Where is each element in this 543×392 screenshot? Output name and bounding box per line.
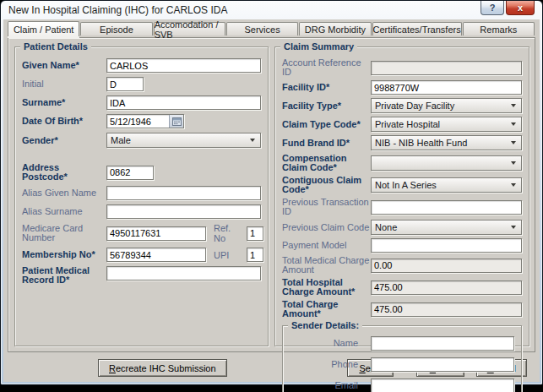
calendar-icon	[172, 117, 182, 126]
contiguous-claim-code-dropdown[interactable]: Not In A Series	[371, 177, 522, 193]
previous-claim-code-dropdown[interactable]: None	[371, 220, 522, 235]
tab-drg-morbidity[interactable]: DRG Morbidity	[299, 22, 371, 35]
recreate-ihc-submission-button[interactable]: Recreate IHC Submission	[98, 359, 227, 377]
alias-surname-input[interactable]	[106, 204, 261, 219]
tab-strip: Claim / Patient Episode Accomodation / S…	[3, 19, 540, 35]
gender-value: Male	[111, 135, 131, 145]
surname-input[interactable]	[106, 95, 261, 110]
payment-model-input[interactable]	[371, 238, 522, 253]
tab-episode[interactable]: Episode	[80, 22, 152, 35]
total-charge-label: Total Charge Amount*	[282, 300, 371, 318]
close-button[interactable]: x	[506, 1, 535, 15]
chevron-down-icon	[511, 104, 516, 107]
fund-brand-id-value: NIB - NIB Health Fund	[375, 138, 467, 148]
claim-type-code-dropdown[interactable]: Private Hospital	[371, 117, 522, 132]
medicare-label: Medicare Card Number	[22, 224, 106, 242]
sender-email-row: Email	[290, 378, 514, 392]
sender-email-label: Email	[290, 381, 371, 390]
chevron-down-icon	[511, 122, 516, 126]
total-medical-charge-label: Total Medical Charge Amount	[282, 256, 371, 275]
contiguous-claim-code-row: Contiguous Claim Code* Not In A Series	[282, 176, 522, 194]
total-charge-row: Total Charge Amount*	[282, 300, 522, 318]
patient-medical-record-id-label: Patient Medical Record ID*	[22, 266, 106, 285]
claim-patient-tab-page: Patient Details Given Name* Initial Surn…	[8, 37, 535, 352]
title-bar: New In Hospital Claiming (IHC) for CARLO…	[1, 1, 542, 19]
chevron-down-icon	[511, 161, 516, 165]
compensation-claim-code-label: Compensation Claim Code*	[282, 154, 371, 172]
sender-details-group: Sender Details: Name Phone Email	[282, 325, 522, 392]
chevron-down-icon	[511, 226, 516, 229]
membership-label: Membership No*	[22, 250, 106, 259]
facility-id-input[interactable]	[371, 80, 522, 95]
sender-phone-input[interactable]	[371, 357, 514, 372]
facility-type-row: Facility Type* Private Day Facility	[282, 98, 522, 113]
sender-name-input[interactable]	[371, 336, 514, 351]
medicare-ref-no-input[interactable]	[247, 226, 263, 241]
claim-summary-group: Claim Summary Account Reference ID Facil…	[274, 46, 529, 346]
address-postcode-label: Address Postcode*	[22, 163, 106, 182]
account-reference-id-input	[371, 61, 522, 75]
alias-surname-label: Alias Surname	[22, 207, 106, 216]
sender-email-input[interactable]	[371, 378, 514, 392]
help-icon: ?	[490, 3, 496, 13]
claim-type-code-row: Claim Type Code* Private Hospital	[282, 117, 522, 132]
sender-details-legend: Sender Details:	[288, 320, 362, 330]
surname-label: Surname*	[22, 98, 106, 107]
membership-row: Membership No* UPI	[22, 248, 261, 262]
membership-no-input[interactable]	[106, 248, 206, 262]
gender-label: Gender*	[22, 136, 106, 145]
previous-claim-code-row: Previous Claim Code None	[282, 220, 522, 235]
patient-medical-record-id-row: Patient Medical Record ID*	[22, 266, 261, 285]
gender-dropdown[interactable]: Male	[106, 133, 261, 148]
account-reference-id-row: Account Reference ID	[282, 58, 522, 77]
total-hospital-charge-input	[371, 280, 522, 295]
facility-type-dropdown[interactable]: Private Day Facility	[371, 98, 522, 113]
chevron-down-icon	[511, 141, 516, 144]
tab-services[interactable]: Services	[226, 22, 298, 35]
alias-given-name-input[interactable]	[106, 186, 261, 200]
tab-remarks[interactable]: Remarks	[463, 22, 535, 35]
previous-transaction-id-row: Previous Transaction ID	[282, 198, 522, 216]
initial-label: Initial	[22, 79, 106, 89]
alias-given-name-label: Alias Given Name	[22, 188, 106, 198]
claim-type-code-value: Private Hospital	[375, 119, 440, 129]
date-of-birth-input[interactable]	[107, 115, 169, 128]
claim-type-code-label: Claim Type Code*	[282, 120, 371, 129]
fund-brand-id-dropdown[interactable]: NIB - NIB Health Fund	[371, 135, 522, 150]
tab-certificates-transfers[interactable]: Certificates/Transfers	[372, 22, 462, 35]
address-postcode-row: Address Postcode*	[22, 163, 261, 182]
upi-label: UPI	[214, 250, 245, 260]
address-postcode-input[interactable]	[106, 166, 154, 180]
medicare-number-input[interactable]	[106, 226, 206, 241]
compensation-claim-code-row: Compensation Claim Code*	[282, 154, 522, 172]
given-name-label: Given Name*	[22, 61, 106, 70]
upi-input[interactable]	[247, 248, 263, 262]
previous-transaction-id-label: Previous Transaction ID	[282, 198, 371, 216]
tab-claim-patient[interactable]: Claim / Patient	[8, 21, 79, 36]
chevron-down-icon	[511, 183, 516, 187]
given-name-input[interactable]	[106, 58, 261, 73]
given-name-row: Given Name*	[22, 58, 261, 73]
medicare-ref-no-label: Ref. No	[214, 223, 245, 243]
date-picker-button[interactable]	[169, 115, 183, 128]
compensation-claim-code-dropdown[interactable]	[371, 155, 522, 171]
dialog-window: New In Hospital Claiming (IHC) for CARLO…	[0, 0, 543, 385]
total-medical-charge-input	[371, 259, 522, 273]
initial-input[interactable]	[106, 77, 144, 91]
alias-surname-row: Alias Surname	[22, 204, 261, 219]
patient-medical-record-id-input[interactable]	[106, 266, 261, 280]
fund-brand-id-row: Fund Brand ID* NIB - NIB Health Fund	[282, 135, 522, 150]
sender-phone-label: Phone	[290, 360, 371, 369]
help-button[interactable]: ?	[481, 1, 504, 15]
total-medical-charge-row: Total Medical Charge Amount	[282, 256, 522, 275]
sender-name-row: Name	[290, 336, 514, 351]
facility-id-label: Facility ID*	[282, 83, 371, 92]
tab-accomodation-svb[interactable]: Accomodation / SVB	[154, 22, 225, 35]
patient-details-legend: Patient Details	[20, 41, 91, 52]
previous-claim-code-value: None	[375, 222, 397, 232]
contiguous-claim-code-label: Contiguous Claim Code*	[282, 176, 371, 194]
total-hospital-charge-label: Total Hospital Charge Amount*	[282, 278, 371, 297]
window-title: New In Hospital Claiming (IHC) for CARLO…	[8, 4, 227, 16]
previous-transaction-id-input[interactable]	[371, 200, 522, 215]
sender-name-label: Name	[290, 339, 371, 348]
